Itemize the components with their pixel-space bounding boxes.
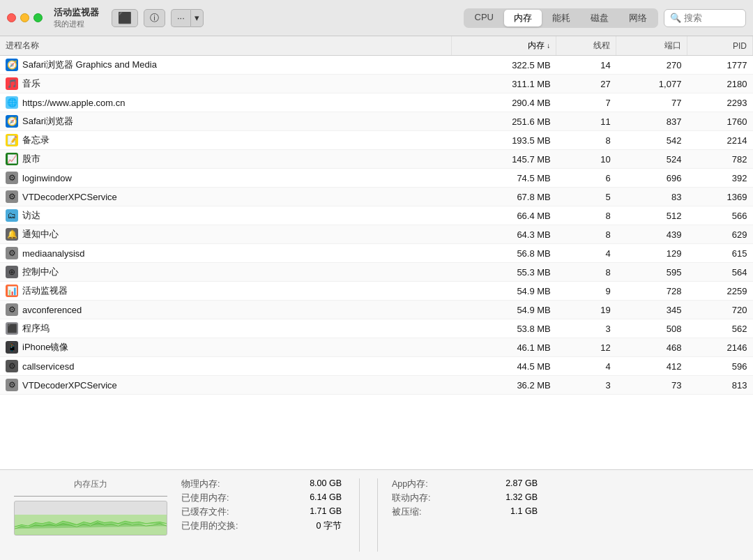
more-dropdown-button[interactable]: ▾ bbox=[190, 9, 204, 27]
table-row[interactable]: 📈股市145.7 MB10524782 bbox=[0, 150, 753, 169]
table-row[interactable]: 🌐https://www.apple.com.cn290.4 MB7772293 bbox=[0, 93, 753, 112]
process-threads-cell: 12 bbox=[556, 338, 616, 357]
process-name-cell: 📊活动监视器 bbox=[0, 282, 452, 300]
table-row[interactable]: ⚙callservicesd44.5 MB4412596 bbox=[0, 357, 753, 376]
table-row[interactable]: 📝备忘录193.5 MB85422214 bbox=[0, 131, 753, 150]
table-row[interactable]: ⚙avconferenced54.9 MB19345720 bbox=[0, 301, 753, 319]
tab-memory[interactable]: 内存 bbox=[504, 10, 542, 27]
table-row[interactable]: ⚙mediaanalysisd56.8 MB4129615 bbox=[0, 244, 753, 263]
tab-cpu[interactable]: CPU bbox=[465, 10, 503, 27]
process-memory-cell: 55.3 MB bbox=[452, 263, 556, 282]
pressure-bar bbox=[14, 501, 167, 536]
process-name-text: 活动监视器 bbox=[22, 285, 68, 297]
stat-label-app: App内存: bbox=[392, 478, 428, 490]
process-memory-cell: 36.2 MB bbox=[452, 376, 556, 395]
process-threads-cell: 8 bbox=[556, 131, 616, 150]
process-pid-cell: 1777 bbox=[687, 56, 752, 75]
process-pid-cell: 596 bbox=[687, 357, 752, 376]
maximize-button[interactable] bbox=[33, 13, 43, 22]
process-icon: ⊕ bbox=[6, 266, 18, 278]
process-threads-cell: 7 bbox=[556, 93, 616, 112]
process-name-text: iPhone镜像 bbox=[22, 341, 68, 354]
tab-network[interactable]: 网络 bbox=[619, 10, 657, 27]
process-name-text: Safari浏览器 bbox=[22, 115, 73, 128]
process-icon: ⚙ bbox=[6, 247, 18, 259]
process-ports-cell: 508 bbox=[616, 319, 687, 338]
table-row[interactable]: 🔔通知中心64.3 MB8439629 bbox=[0, 225, 753, 244]
table-row[interactable]: 🧭Safari浏览器251.6 MB118371760 bbox=[0, 112, 753, 131]
table-row[interactable]: ⊕控制中心55.3 MB8595564 bbox=[0, 263, 753, 282]
col-header-name[interactable]: 进程名称 bbox=[0, 36, 452, 56]
table-row[interactable]: 🗂访达66.4 MB8512566 bbox=[0, 206, 753, 225]
pressure-chart bbox=[15, 515, 167, 535]
process-memory-cell: 251.6 MB bbox=[452, 112, 556, 131]
process-pid-cell: 1369 bbox=[687, 188, 752, 206]
table-row[interactable]: 🎵音乐311.1 MB271,0772180 bbox=[0, 75, 753, 93]
table-row[interactable]: ⚙VTDecoderXPCService67.8 MB5831369 bbox=[0, 188, 753, 206]
process-pid-cell: 2146 bbox=[687, 338, 752, 357]
search-input[interactable] bbox=[684, 13, 740, 23]
stat-row-compressed: 被压缩: 1.1 GB bbox=[392, 506, 538, 518]
memory-pressure-section: 内存压力 bbox=[14, 478, 167, 552]
info-button[interactable]: ⓘ bbox=[144, 9, 165, 27]
stats-section-left: 物理内存: 8.00 GB 已使用内存: 6.14 GB 已缓存文件: 1.71… bbox=[181, 478, 342, 552]
process-threads-cell: 19 bbox=[556, 301, 616, 319]
process-threads-cell: 14 bbox=[556, 56, 616, 75]
process-icon: ⚙ bbox=[6, 360, 18, 372]
process-name-cell: ⚙VTDecoderXPCService bbox=[0, 188, 452, 206]
table-row[interactable]: 🧭Safari浏览器 Graphics and Media322.5 MB142… bbox=[0, 56, 753, 75]
process-memory-cell: 74.5 MB bbox=[452, 169, 556, 188]
process-name-cell: ⬛程序坞 bbox=[0, 319, 452, 338]
table-header-row: 进程名称 内存 ↓ 线程 端口 PID bbox=[0, 36, 753, 56]
process-threads-cell: 4 bbox=[556, 244, 616, 263]
table-row[interactable]: ⚙loginwindow74.5 MB6696392 bbox=[0, 169, 753, 188]
toolbar: 活动监视器 我的进程 ⬛ ⓘ ··· ▾ CPU 内存 能耗 磁盘 网络 🔍 bbox=[0, 0, 753, 36]
process-pid-cell: 2293 bbox=[687, 93, 752, 112]
process-pid-cell: 1760 bbox=[687, 112, 752, 131]
process-name-cell: ⚙loginwindow bbox=[0, 169, 452, 187]
process-table-container[interactable]: 进程名称 内存 ↓ 线程 端口 PID bbox=[0, 36, 753, 469]
process-name-cell: 🧭Safari浏览器 bbox=[0, 112, 452, 130]
process-pid-cell: 813 bbox=[687, 376, 752, 395]
process-icon: 📈 bbox=[6, 153, 18, 165]
process-name-text: 通知中心 bbox=[22, 228, 59, 241]
table-row[interactable]: 📊活动监视器54.9 MB97282259 bbox=[0, 282, 753, 301]
process-name-text: VTDecoderXPCService bbox=[22, 192, 117, 202]
stat-row-physical: 物理内存: 8.00 GB bbox=[181, 478, 342, 490]
stop-process-button[interactable]: ⬛ bbox=[112, 9, 138, 27]
process-name-cell: 📈股市 bbox=[0, 150, 452, 168]
table-row[interactable]: ⚙VTDecoderXPCService36.2 MB373813 bbox=[0, 376, 753, 395]
stat-label-swap: 已使用的交换: bbox=[181, 520, 238, 532]
more-button[interactable]: ··· bbox=[171, 9, 190, 27]
main-area: 进程名称 内存 ↓ 线程 端口 PID bbox=[0, 36, 753, 560]
process-ports-cell: 524 bbox=[616, 150, 687, 169]
minimize-button[interactable] bbox=[20, 13, 29, 22]
close-button[interactable] bbox=[7, 13, 16, 22]
col-header-ports[interactable]: 端口 bbox=[616, 36, 687, 56]
col-header-memory[interactable]: 内存 ↓ bbox=[452, 36, 556, 56]
process-memory-cell: 66.4 MB bbox=[452, 206, 556, 225]
process-name-cell: ⚙mediaanalysisd bbox=[0, 244, 452, 262]
process-pid-cell: 392 bbox=[687, 169, 752, 188]
col-header-pid[interactable]: PID bbox=[687, 36, 752, 56]
search-box[interactable]: 🔍 bbox=[664, 9, 746, 27]
divider-vertical bbox=[359, 478, 360, 552]
table-row[interactable]: ⬛程序坞53.8 MB3508562 bbox=[0, 319, 753, 338]
process-threads-cell: 27 bbox=[556, 75, 616, 93]
divider-line bbox=[14, 496, 167, 497]
process-threads-cell: 3 bbox=[556, 319, 616, 338]
tab-disk[interactable]: 磁盘 bbox=[581, 10, 618, 27]
stat-label-wired: 联动内存: bbox=[392, 492, 430, 504]
process-ports-cell: 468 bbox=[616, 338, 687, 357]
stat-row-app: App内存: 2.87 GB bbox=[392, 478, 538, 490]
table-row[interactable]: 📱iPhone镜像46.1 MB124682146 bbox=[0, 338, 753, 357]
tab-energy[interactable]: 能耗 bbox=[542, 10, 580, 27]
process-memory-cell: 311.1 MB bbox=[452, 75, 556, 93]
process-icon: 📱 bbox=[6, 341, 18, 354]
process-icon: 🧭 bbox=[6, 59, 18, 71]
process-icon: 🗂 bbox=[6, 209, 18, 222]
col-header-threads[interactable]: 线程 bbox=[556, 36, 616, 56]
process-icon: ⬛ bbox=[6, 322, 18, 335]
stat-label-physical: 物理内存: bbox=[181, 478, 220, 490]
process-name-cell: 🗂访达 bbox=[0, 206, 452, 225]
